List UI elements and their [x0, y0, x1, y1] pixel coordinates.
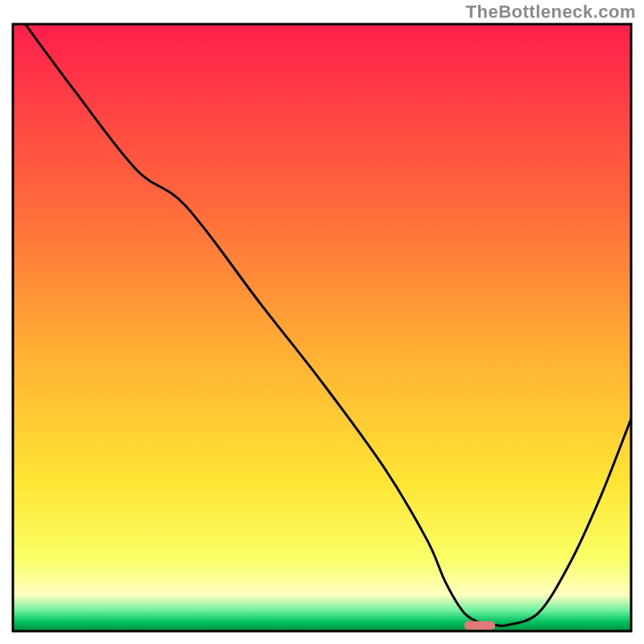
optimal-marker	[464, 621, 495, 630]
chart-container: TheBottleneck.com	[0, 0, 644, 644]
watermark-text: TheBottleneck.com	[466, 2, 636, 23]
gradient-background	[13, 24, 631, 631]
bottleneck-chart	[0, 0, 644, 644]
